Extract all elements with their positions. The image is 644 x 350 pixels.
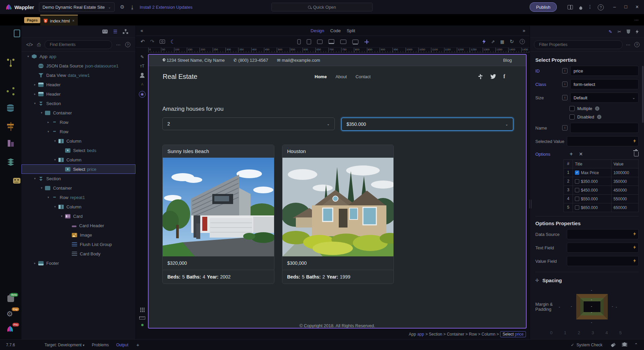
tree-expander-icon[interactable]: ▾ xyxy=(32,177,38,180)
kebab-menu-icon[interactable]: ⋮ xyxy=(588,4,592,9)
tree-item[interactable]: ▾ Container xyxy=(21,108,136,117)
option-row[interactable]: 3 $450.000 450000 xyxy=(564,186,638,195)
tree-item[interactable]: ▸ Footer xyxy=(21,258,136,268)
tree-item[interactable]: ▾ Card xyxy=(21,211,136,221)
option-title-cell[interactable]: ✓ Max Price xyxy=(573,168,611,177)
spacing-scale-number[interactable]: 0 xyxy=(550,330,552,335)
tree-item[interactable]: Card Header xyxy=(21,221,136,230)
option-value[interactable]: 450000 xyxy=(611,188,638,193)
tree-item[interactable]: ▸ Row xyxy=(21,117,136,127)
padding-left-value[interactable]: - xyxy=(571,304,572,308)
quick-open-button[interactable]: Quick Open xyxy=(271,3,373,11)
spacing-scale-number[interactable]: 5 xyxy=(619,330,622,335)
pages-button[interactable]: Pages xyxy=(24,17,40,23)
site-brand[interactable]: Real Estate xyxy=(163,73,197,81)
qr-code-icon[interactable]: ▦ xyxy=(500,39,504,44)
tree-more-icon[interactable]: ⋯ xyxy=(116,42,121,47)
option-value[interactable]: 1000000 xyxy=(611,170,638,175)
refresh-icon[interactable]: ↻ xyxy=(509,39,514,45)
sitemap-view-icon[interactable] xyxy=(123,29,128,34)
find-elements-input[interactable] xyxy=(49,42,108,47)
tree-item[interactable]: ▾ Section xyxy=(21,174,136,183)
ai-assistant-icon[interactable] xyxy=(102,30,108,34)
collapse-statusbar-icon[interactable]: ⌃ xyxy=(634,342,638,347)
tree-item[interactable]: ▸ Header xyxy=(21,89,136,99)
tree-item[interactable]: Image xyxy=(21,230,136,240)
padding-right-value[interactable]: - xyxy=(612,304,613,308)
tree-help-icon[interactable]: ? xyxy=(125,42,130,47)
tree-item[interactable]: ▾ Column xyxy=(21,155,136,164)
output-tab[interactable]: Output xyxy=(116,343,128,347)
tree-item[interactable]: ▾ Column xyxy=(21,202,136,211)
tree-expander-icon[interactable]: ▾ xyxy=(59,214,64,218)
option-title-cell[interactable]: $550.000 xyxy=(573,195,611,203)
theme-droplet-icon[interactable] xyxy=(579,5,582,11)
panel-scrollbar[interactable] xyxy=(642,66,644,123)
tree-expander-icon[interactable]: ▾ xyxy=(52,205,58,208)
device-phone-icon[interactable] xyxy=(297,39,301,44)
tree-expander-icon[interactable]: ▾ xyxy=(46,196,51,199)
nav-link[interactable]: Home xyxy=(315,74,327,79)
add-panel-icon[interactable]: + xyxy=(137,342,140,348)
margin-right-value[interactable]: - xyxy=(616,305,617,309)
margin-top-value[interactable]: - xyxy=(591,288,592,292)
view-mode-tab[interactable]: Code xyxy=(330,28,341,33)
eraser-icon[interactable] xyxy=(611,343,615,347)
typography-icon[interactable]: тT xyxy=(140,64,145,68)
dynamic-bolt-icon[interactable] xyxy=(636,30,639,34)
spacing-scale-number[interactable]: 2 xyxy=(578,330,580,335)
project-selector[interactable]: Demo Dynamic Real Estate Site ⌄ xyxy=(39,2,115,12)
window-maximize-button[interactable]: □ xyxy=(625,4,627,9)
dynamic-bolt-icon[interactable] xyxy=(482,39,486,44)
tree-item[interactable]: Data View data_view1 xyxy=(21,70,136,80)
option-row[interactable]: 5 $650.000 650000 xyxy=(564,203,638,212)
accessibility-icon[interactable]: ⑃ xyxy=(141,82,143,87)
collapse-right-icon[interactable]: » xyxy=(523,28,525,33)
value-field-input[interactable] xyxy=(567,256,639,266)
cut-scissors-icon[interactable]: ✂ xyxy=(618,29,621,34)
layers-icon[interactable] xyxy=(6,158,15,167)
find-elements-box[interactable] xyxy=(45,40,112,49)
tab-index-html[interactable]: 5 index.html × xyxy=(40,15,78,26)
edit-pencil-icon[interactable]: ✎ xyxy=(608,29,612,34)
panel-resize-handle[interactable] xyxy=(529,200,531,208)
person-icon[interactable] xyxy=(141,73,144,76)
styles-palette-icon[interactable] xyxy=(6,139,15,148)
spacing-scale-number[interactable]: 3 xyxy=(592,330,594,335)
device-desktop-icon[interactable] xyxy=(352,40,358,44)
option-row[interactable]: 1 ✓ Max Price 1000000 xyxy=(564,168,638,177)
tree-expander-icon[interactable]: ▾ xyxy=(25,55,31,58)
twitter-icon[interactable] xyxy=(490,74,496,79)
option-title-cell[interactable]: $350.000 xyxy=(573,177,611,186)
option-checkbox[interactable] xyxy=(575,205,579,210)
visibility-eye-icon[interactable]: ◉ xyxy=(139,91,146,98)
tree-item[interactable]: ▾ Row xyxy=(21,127,136,136)
filter-properties-box[interactable] xyxy=(534,40,623,49)
tab-close-icon[interactable]: × xyxy=(72,18,74,23)
grid-toggle-icon[interactable] xyxy=(140,307,145,312)
settings-gear-icon[interactable]: ⚙ xyxy=(120,4,124,10)
responsive-resize-icon[interactable] xyxy=(364,40,369,44)
tree-expander-icon[interactable]: ▸ xyxy=(46,120,51,124)
tree-expander-icon[interactable]: ▸ xyxy=(32,261,38,265)
tree-item[interactable]: JSON Data Source json-datasource1 xyxy=(21,61,136,70)
device-laptop-icon[interactable] xyxy=(328,39,334,44)
tree-item[interactable]: ▾ Row repeat1 xyxy=(21,193,136,202)
option-row[interactable]: 2 $350.000 350000 xyxy=(564,177,638,186)
tree-item[interactable]: Card Body xyxy=(21,249,136,258)
tree-expander-icon[interactable]: ▾ xyxy=(46,130,51,133)
tree-expander-icon[interactable]: ▾ xyxy=(39,111,44,114)
undo-icon[interactable]: ↶ xyxy=(141,39,145,45)
export-icon[interactable]: ⇗ xyxy=(491,39,495,44)
device-display-icon[interactable] xyxy=(340,40,346,44)
breadcrumb-path[interactable]: > Section > Container > Row > Column > xyxy=(425,332,499,337)
tree-item[interactable]: ▾ Column xyxy=(21,136,136,146)
option-title-cell[interactable]: $450.000 xyxy=(573,186,611,194)
install-updates-link[interactable]: Install 2 Extension Updates xyxy=(140,5,193,10)
extensions-download-icon[interactable]: ⭳ xyxy=(130,4,135,10)
database-manager-icon[interactable] xyxy=(6,104,15,113)
split-view-icon[interactable] xyxy=(568,5,573,10)
collapse-left-icon[interactable]: « xyxy=(141,28,143,33)
ruler-toggle-icon[interactable] xyxy=(139,316,145,319)
view-mode-tab[interactable]: Split xyxy=(347,28,355,33)
